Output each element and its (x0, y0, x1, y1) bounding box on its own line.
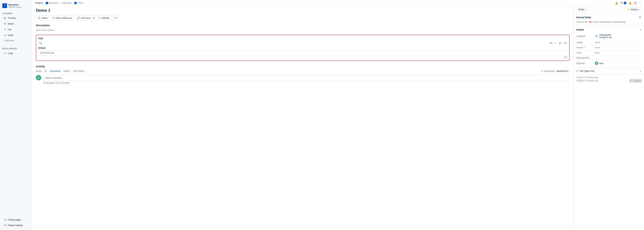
detail-row-team: Team None (576, 50, 641, 55)
pinned-close-button[interactable]: ✕ (639, 16, 641, 19)
link-issue-dropdown: 🔗 Link issue ▾ (75, 16, 96, 20)
planning-section-label: PLANNING (0, 11, 32, 15)
activity-summarize-button[interactable]: ✦ Summarize (541, 70, 555, 72)
tick-filter-button[interactable]: ⊟ (558, 41, 562, 45)
configure-label: Configure (632, 80, 641, 82)
status-button[interactable]: To Do ▾ (576, 7, 588, 12)
sidebar-item-timeline[interactable]: ▤ Timeline (1, 15, 31, 21)
activity-tab-all[interactable]: All (44, 70, 47, 73)
right-panel-topbar: To Do ▾ ⚡ Actions ▾ (574, 5, 644, 14)
link-issue-button[interactable]: 🔗 Link issue (75, 16, 92, 20)
tick-task-progress: 0% (38, 56, 567, 58)
tick-toolbar-right: 0% + ⊟ ••• (550, 41, 567, 45)
detail-row-reporter: Reporter A Alex (576, 60, 641, 66)
svg-point-5 (596, 36, 597, 36)
pro-tip-key: M (55, 82, 58, 84)
assignee-label: Assignee (576, 35, 593, 38)
thumbs-button[interactable]: 👍 (628, 1, 632, 4)
sidebar-item-project-settings[interactable]: ⚙ Project settings (1, 222, 31, 228)
comment-input[interactable] (43, 75, 570, 81)
add-view-button[interactable]: + Add view (1, 38, 31, 43)
tick-field-expand-icon[interactable]: ∨ (640, 70, 641, 72)
sidebar-item-goals[interactable]: ◎ Goals (1, 32, 31, 38)
activity-tab-tick-history[interactable]: Tick History (72, 70, 85, 73)
topbar-icons: 🔒 👁 1 👍 ··· (615, 1, 641, 4)
detail-row-development: Development (576, 55, 641, 60)
breadcrumb-projects[interactable]: Projects (35, 2, 43, 4)
breadcrumb-ttd1[interactable]: ✓ TTD-1 (74, 2, 84, 4)
breadcrumb-tick-demo[interactable]: T tick-demo (46, 2, 58, 4)
project-pages-icon: ⊡ (3, 218, 6, 221)
sidebar-brand: T tick-demo Software project (0, 2, 32, 11)
tick-more-button[interactable]: ••• (563, 41, 567, 45)
tick-section-header: Tick (38, 37, 567, 40)
code-icon: </> (3, 52, 6, 55)
svg-point-0 (636, 2, 636, 2)
main-content: Projects / T tick-demo / ✏ Add epic / ✓ … (32, 0, 644, 230)
activity-show-row: Show: All Comments History Tick History … (36, 70, 570, 73)
project-settings-icon: ⚙ (3, 224, 6, 227)
right-panel-footer: Created 13 minutes ago Updated 13 minute… (574, 74, 644, 84)
tick-search-button[interactable]: 🔍 (38, 41, 43, 45)
sidebar-item-code[interactable]: </> Code (1, 50, 31, 56)
sidebar-bottom: ⊡ Project pages ⚙ Project settings (0, 217, 32, 228)
tick-field-content: ⟳ Tick Open Tick ∨ (576, 70, 641, 72)
attach-label: Attach (42, 17, 48, 19)
brand-name: tick-demo (8, 4, 22, 6)
activity-tab-comments[interactable]: Comments (49, 70, 61, 73)
lock-button[interactable]: 🔒 (615, 1, 618, 4)
updated-text: Updated 13 minutes ago (576, 80, 598, 82)
assign-to-me-link[interactable]: Assign to me (599, 36, 612, 38)
development-label: Development (576, 56, 593, 59)
actions-button[interactable]: ⚡ Actions ▾ (625, 7, 641, 12)
breadcrumb: Projects / T tick-demo / ✏ Add epic / ✓ … (35, 2, 84, 4)
reporter-name: Alex (599, 62, 604, 64)
sidebar-item-list[interactable]: ≡ List (1, 27, 31, 32)
configure-button[interactable]: ⚙ Configure (630, 79, 641, 82)
brand-text: tick-demo Software project (8, 4, 22, 8)
sidebar-item-project-pages[interactable]: ⊡ Project pages (1, 217, 31, 222)
reporter-avatar: A (595, 62, 598, 65)
svg-line-4 (634, 3, 636, 4)
add-child-label: Add a child issue (56, 17, 72, 19)
details-header[interactable]: Details ∧ (576, 27, 641, 32)
tick-field-row: ⟳ Tick Open Tick ∨ (574, 68, 644, 74)
sidebar-item-goals-label: Goals (8, 34, 14, 36)
link-issue-dropdown-arrow[interactable]: ▾ (92, 16, 96, 20)
reporter-label: Reporter (576, 62, 593, 64)
team-label: Team (576, 52, 593, 54)
assignee-name: Unassigned (599, 34, 612, 36)
comment-row: A (36, 75, 570, 81)
svg-point-1 (634, 3, 634, 3)
description-placeholder[interactable]: Add a description... (36, 28, 570, 32)
content-area: Demo 1 📎 Attach ⊕ Add a child issue 🔗 Li… (32, 5, 644, 230)
activity-sort-button[interactable]: Newest first ↕ (556, 70, 570, 72)
right-panel: To Do ▾ ⚡ Actions ▾ Pinned fields ✕ Clic… (574, 5, 644, 230)
attach-icon: 📎 (38, 16, 40, 19)
goals-icon: ◎ (3, 34, 6, 36)
toolbar-more-button[interactable]: ••• (112, 16, 118, 20)
sidebar-item-board-label: Board (8, 22, 14, 25)
breadcrumb-sep2: / (59, 2, 60, 4)
status-label: To Do (578, 8, 584, 11)
brand-icon: T (2, 3, 7, 8)
tick-field-icon: ⟳ (576, 70, 578, 72)
issue-toolbar: 📎 Attach ⊕ Add a child issue 🔗 Link issu… (36, 16, 570, 20)
tick-add-task-input[interactable] (38, 50, 567, 56)
add-tick-button[interactable]: ⟳ Add tick (97, 16, 111, 20)
issue-title: Demo 1 (36, 8, 570, 13)
tick-toolbar: 🔍 0% + ⊟ ••• (38, 41, 567, 45)
watch-button[interactable]: 👁 1 (620, 2, 626, 4)
attach-button[interactable]: 📎 Attach (36, 16, 50, 20)
activity-tab-history[interactable]: History (62, 70, 70, 73)
pinned-fields-title: Pinned fields (576, 16, 591, 19)
activity-header: Activity (36, 65, 570, 68)
tick-add-button[interactable]: + (554, 41, 557, 45)
add-child-issue-button[interactable]: ⊕ Add a child issue (51, 16, 74, 20)
sidebar-item-board[interactable]: ⊞ Board (1, 21, 31, 26)
share-button[interactable] (634, 2, 636, 4)
reporter-value: A Alex (595, 62, 604, 65)
breadcrumb-ttd1-label: TTD-1 (77, 2, 84, 4)
breadcrumb-add-epic[interactable]: ✏ Add epic (61, 2, 72, 4)
more-button[interactable]: ··· (638, 2, 641, 4)
